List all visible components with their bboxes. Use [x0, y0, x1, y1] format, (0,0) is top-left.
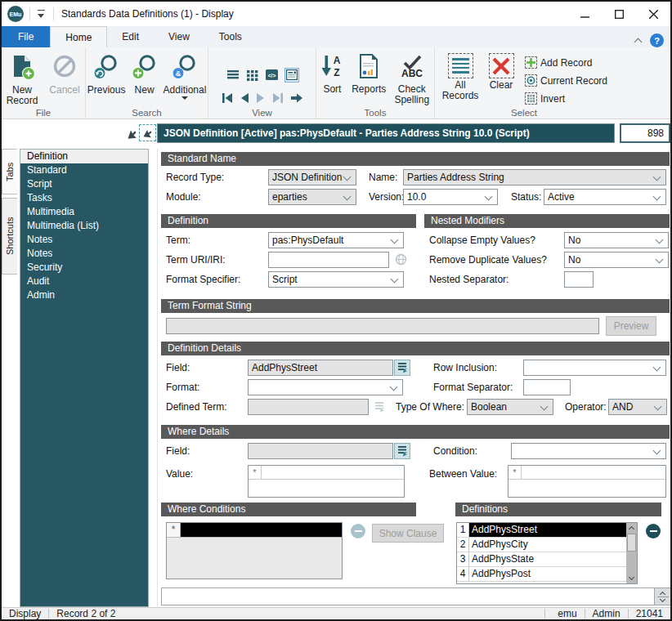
- quick-access-dropdown-icon[interactable]: [36, 9, 47, 19]
- record-number-box: 898: [620, 123, 670, 143]
- sidebar-tab-shortcuts[interactable]: Shortcuts: [2, 198, 17, 275]
- goto-record-icon[interactable]: [290, 92, 303, 107]
- sidebar-item-script[interactable]: Script: [20, 177, 148, 191]
- sort-label: Sort: [323, 84, 341, 95]
- scroll-up-icon[interactable]: [626, 523, 637, 534]
- minimize-button[interactable]: [567, 2, 602, 26]
- definitions-row[interactable]: 4AddPhysPost: [457, 567, 626, 582]
- invert-selection-button[interactable]: Invert: [525, 91, 607, 106]
- group-label-file: File: [2, 108, 85, 118]
- add-record-selection-button[interactable]: Add Record: [525, 55, 607, 70]
- dd-field-picker-icon[interactable]: [394, 360, 410, 376]
- term-combo[interactable]: pas:PhysDefault: [268, 232, 404, 248]
- first-record-icon[interactable]: [222, 92, 233, 107]
- code-view-icon[interactable]: </>: [265, 68, 280, 83]
- show-clause-button[interactable]: Show Clause: [372, 524, 444, 543]
- previous-record-icon[interactable]: [240, 92, 249, 107]
- dd-field-input[interactable]: AddPhysStreet: [248, 360, 393, 376]
- between-value-grid[interactable]: *: [508, 465, 666, 498]
- name-combo[interactable]: Parties Address String: [403, 169, 666, 185]
- preview-button[interactable]: Preview: [606, 316, 656, 336]
- grid-view-icon[interactable]: [245, 68, 260, 83]
- next-record-icon[interactable]: [256, 92, 266, 107]
- definitions-row[interactable]: 1AddPhysStreet: [457, 523, 626, 538]
- ribbon-tab-bar: File Home Edit View Tools ?: [2, 26, 670, 47]
- term-uri-input[interactable]: [268, 252, 389, 268]
- condition-combo[interactable]: [511, 443, 666, 459]
- nested-separator-label: Nested Separator:: [429, 274, 508, 285]
- spin-up-icon[interactable]: [660, 592, 665, 596]
- tab-view[interactable]: View: [154, 26, 204, 47]
- scrollbar-thumb[interactable]: [627, 534, 636, 552]
- definitions-row[interactable]: 3AddPhysState: [457, 552, 626, 567]
- where-conditions-grid[interactable]: *: [166, 522, 343, 579]
- tab-home[interactable]: Home: [50, 26, 107, 47]
- emu-logo-icon[interactable]: EMu: [7, 6, 24, 22]
- title-bar: EMu Standards Data Definitions (1) - Dis…: [2, 2, 670, 26]
- sidebar-item-definition[interactable]: Definition: [20, 150, 148, 163]
- version-combo[interactable]: 10.0: [403, 189, 498, 205]
- help-icon[interactable]: ?: [650, 34, 664, 47]
- maximize-button[interactable]: [602, 2, 636, 26]
- form-bottom-bar: [161, 587, 671, 605]
- group-label-tools: Tools: [316, 108, 434, 118]
- close-button[interactable]: [636, 2, 670, 26]
- select-pointer-icon[interactable]: [124, 126, 137, 144]
- window-title: Standards Data Definitions (1) - Display: [61, 8, 234, 20]
- collapse-empty-combo[interactable]: No: [564, 232, 669, 248]
- remove-definition-icon[interactable]: [646, 524, 661, 538]
- form-scroll-spinner[interactable]: [654, 588, 670, 605]
- cancel-label: Cancel: [49, 85, 79, 96]
- type-of-where-combo[interactable]: Boolean: [467, 399, 553, 415]
- ribbon-group-view: </> View: [208, 47, 316, 118]
- operator-combo[interactable]: AND: [608, 399, 667, 415]
- status-combo[interactable]: Active: [544, 189, 666, 205]
- tab-edit[interactable]: Edit: [107, 26, 154, 47]
- where-conditions-selected-row[interactable]: [181, 523, 342, 538]
- scroll-down-icon[interactable]: [626, 573, 637, 583]
- sidebar-item-multimedia[interactable]: Multimedia: [20, 205, 148, 219]
- last-record-icon[interactable]: [272, 92, 284, 107]
- format-specifier-combo[interactable]: Script: [268, 271, 404, 288]
- dd-format-combo[interactable]: [248, 379, 403, 395]
- tab-tools[interactable]: Tools: [204, 26, 257, 47]
- tab-file[interactable]: File: [2, 26, 50, 47]
- section-definition-details: Definition Details: [161, 342, 670, 355]
- definitions-list[interactable]: 1AddPhysStreet 2AddPhysCity 3AddPhysStat…: [456, 522, 638, 584]
- record-type-combo[interactable]: JSON Definition: [268, 169, 356, 185]
- sidebar-item-security[interactable]: Security: [20, 261, 148, 275]
- value-grid[interactable]: *: [248, 465, 405, 498]
- row-inclusion-combo[interactable]: [523, 360, 666, 376]
- ribbon-group-search: Previous New & Additional: [86, 47, 208, 118]
- module-label: Module:: [166, 191, 201, 203]
- format-separator-input[interactable]: [523, 379, 571, 395]
- sidebar-item-notes-2[interactable]: Notes: [20, 247, 148, 261]
- definitions-scrollbar[interactable]: [626, 523, 637, 583]
- definitions-row[interactable]: 2AddPhysCity: [457, 538, 626, 552]
- sidebar-item-tasks[interactable]: Tasks: [20, 191, 148, 205]
- name-label: Name:: [369, 172, 397, 183]
- invert-selection-label: Invert: [540, 93, 565, 105]
- collapse-ribbon-icon[interactable]: [635, 38, 643, 43]
- current-record-selection-button[interactable]: Current Record: [525, 73, 607, 88]
- format-specifier-label: Format Specifier:: [166, 274, 240, 285]
- record-summary-text: JSON Definition [Active] pas:PhysDefault…: [164, 127, 530, 139]
- list-view-icon[interactable]: [226, 68, 240, 83]
- term-uri-label: Term URI/IRI:: [166, 254, 226, 266]
- wd-field-picker-icon[interactable]: [394, 443, 410, 459]
- nested-separator-input[interactable]: [564, 271, 594, 288]
- remove-duplicate-combo[interactable]: No: [564, 252, 669, 268]
- sidebar-item-multimedia-list[interactable]: Multimedia (List): [20, 219, 148, 233]
- status-user: emu: [545, 608, 585, 619]
- select-mode-icon[interactable]: [139, 124, 156, 141]
- search-new-icon: [131, 53, 159, 83]
- status-bar: Display Record 2 of 2 emu Admin 21041: [2, 607, 670, 619]
- sidebar-item-standard[interactable]: Standard: [20, 163, 148, 177]
- sidebar-item-audit[interactable]: Audit: [20, 275, 148, 288]
- form-view-icon[interactable]: [284, 68, 299, 83]
- spin-down-icon[interactable]: [660, 598, 665, 602]
- sidebar-item-admin[interactable]: Admin: [20, 288, 148, 302]
- sidebar-item-notes[interactable]: Notes: [20, 233, 148, 247]
- sidebar-tab-tabs[interactable]: Tabs: [2, 149, 17, 194]
- module-combo[interactable]: eparties: [268, 189, 356, 205]
